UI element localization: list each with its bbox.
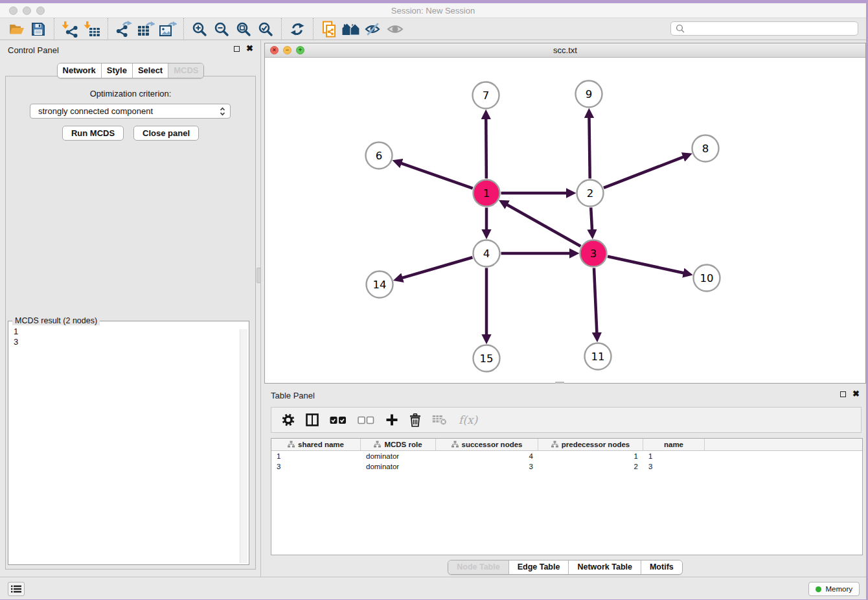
float-panel-icon[interactable] <box>234 46 240 52</box>
graph-node-15[interactable]: 15 <box>474 345 500 372</box>
search-input[interactable] <box>688 24 853 33</box>
graph-edge-1-6[interactable] <box>401 163 473 189</box>
table-row[interactable]: 1dominator411 <box>271 451 862 461</box>
column-header-shared-name[interactable]: shared name <box>271 439 361 450</box>
trash-icon <box>409 413 421 427</box>
tab-motifs[interactable]: Motifs <box>641 560 682 574</box>
table-cell[interactable]: 4 <box>436 452 538 460</box>
tab-select[interactable]: Select <box>132 63 168 78</box>
table-row[interactable]: 3dominator323 <box>271 461 862 472</box>
deselect-all-button[interactable] <box>358 416 374 424</box>
float-table-panel-icon[interactable] <box>840 391 846 397</box>
zoom-out-button[interactable] <box>211 19 233 39</box>
result-scrollbar[interactable] <box>240 329 247 563</box>
import-network-button[interactable] <box>59 19 81 39</box>
close-panel-button[interactable]: Close panel <box>133 126 199 141</box>
zoom-fit-button[interactable] <box>233 19 255 39</box>
first-neighbors-button[interactable] <box>340 19 362 39</box>
table-cell[interactable]: 1 <box>538 452 643 460</box>
graph-node-2[interactable]: 2 <box>577 180 604 207</box>
table-cell[interactable]: 1 <box>271 452 361 460</box>
table-cell[interactable]: 1 <box>643 452 705 460</box>
column-header-mcds-role[interactable]: MCDS role <box>361 439 436 450</box>
graph-node-1[interactable]: 1 <box>474 180 500 207</box>
mcds-result-box[interactable]: MCDS result (2 nodes) 13 <box>8 321 249 565</box>
add-row-button[interactable] <box>385 413 398 426</box>
tab-node-table[interactable]: Node Table <box>448 560 508 574</box>
graph-node-3[interactable]: 3 <box>580 240 607 267</box>
delete-table-button[interactable] <box>432 414 448 426</box>
open-session-button[interactable] <box>5 19 27 39</box>
zoom-fit-icon <box>236 21 251 37</box>
export-network-button[interactable] <box>113 19 135 39</box>
select-all-button[interactable] <box>330 416 347 424</box>
criterion-value: strongly connected component <box>38 106 219 116</box>
export-image-button[interactable] <box>157 19 179 39</box>
graph-edge-1-7[interactable] <box>486 118 486 178</box>
table-panel-title: Table Panel <box>271 391 315 400</box>
network-window-titlebar[interactable]: × − + scc.txt <box>265 43 865 58</box>
show-columns-button[interactable] <box>306 413 319 426</box>
toolbar-separator <box>54 18 54 40</box>
toolbar-separator <box>313 18 314 40</box>
table-cell[interactable]: dominator <box>361 452 436 460</box>
column-header-predecessor-nodes[interactable]: predecessor nodes <box>538 439 643 450</box>
graph-edge-2-8[interactable] <box>604 157 684 188</box>
show-graphics-button[interactable] <box>384 19 406 39</box>
tab-network[interactable]: Network <box>58 63 101 78</box>
table-cell[interactable]: 3 <box>271 463 361 470</box>
graph-node-9[interactable]: 9 <box>576 81 602 108</box>
close-table-panel-icon[interactable]: ✖ <box>852 391 860 397</box>
table-settings-button[interactable] <box>282 413 295 426</box>
graph-edge-3-10[interactable] <box>608 257 684 273</box>
run-mcds-button[interactable]: Run MCDS <box>62 126 124 141</box>
control-panel-scrollbar-thumb[interactable] <box>257 268 261 283</box>
save-session-button[interactable] <box>27 19 49 39</box>
duplicate-network-icon <box>321 21 337 38</box>
criterion-select[interactable]: strongly connected component <box>30 104 231 119</box>
optimization-criterion-label: Optimization criterion: <box>6 89 255 98</box>
graph-node-11[interactable]: 11 <box>585 343 611 370</box>
close-panel-icon[interactable]: ✖ <box>246 45 253 52</box>
export-table-button[interactable] <box>135 19 157 39</box>
tab-edge-table[interactable]: Edge Table <box>508 560 569 574</box>
graph-node-8[interactable]: 8 <box>692 135 719 162</box>
tab-style[interactable]: Style <box>101 63 132 78</box>
table-cell[interactable]: 3 <box>436 463 538 470</box>
open-folder-icon <box>8 22 25 36</box>
graph-edge-2-9[interactable] <box>589 117 589 178</box>
graph-node-6[interactable]: 6 <box>366 143 393 169</box>
column-header-successor-nodes[interactable]: successor nodes <box>436 439 538 450</box>
table-cell[interactable]: 3 <box>643 463 705 470</box>
duplicate-network-button[interactable] <box>318 19 340 39</box>
import-table-button[interactable] <box>81 19 103 39</box>
column-header-name[interactable]: name <box>643 439 705 450</box>
tab-mcds[interactable]: MCDS <box>168 63 203 78</box>
apply-layout-button[interactable] <box>286 19 308 39</box>
graph-node-4[interactable]: 4 <box>474 240 500 267</box>
network-canvas[interactable]: 7968124314101511 <box>265 58 865 384</box>
delete-row-button[interactable] <box>409 413 421 427</box>
task-history-button[interactable] <box>8 582 25 596</box>
function-builder-button[interactable]: f(x) <box>459 413 477 426</box>
graph-edge-2-3[interactable] <box>591 207 592 230</box>
graph-node-10[interactable]: 10 <box>694 265 720 292</box>
table-cell[interactable]: dominator <box>361 463 436 470</box>
memory-button[interactable]: Memory <box>808 582 860 596</box>
svg-text:14: 14 <box>373 279 387 291</box>
tab-network-table[interactable]: Network Table <box>568 560 641 574</box>
panel-divider[interactable] <box>260 40 261 577</box>
zoom-in-button[interactable] <box>188 19 211 39</box>
zoom-selected-button[interactable] <box>255 19 277 39</box>
graph-edge-3-11[interactable] <box>594 268 597 333</box>
table-cell[interactable]: 2 <box>538 463 643 470</box>
network-scrollbar-thumb[interactable] <box>555 382 564 384</box>
search-field[interactable] <box>670 21 858 36</box>
graph-node-14[interactable]: 14 <box>367 271 393 298</box>
graph-edge-4-14[interactable] <box>402 257 472 278</box>
graph-node-7[interactable]: 7 <box>473 82 499 109</box>
node-table[interactable]: shared nameMCDS rolesuccessor nodesprede… <box>271 438 863 555</box>
graph-edge-3-1[interactable] <box>507 204 580 246</box>
hide-graphics-button[interactable] <box>362 19 384 39</box>
window-title: Session: New Session <box>0 6 866 16</box>
